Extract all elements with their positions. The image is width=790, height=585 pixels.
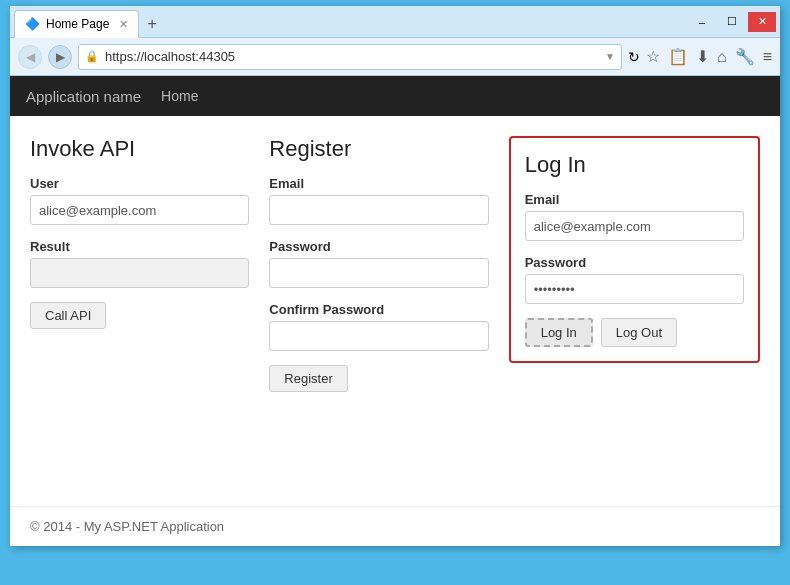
login-email-label: Email <box>525 192 744 207</box>
result-label: Result <box>30 239 249 254</box>
confirm-password-group: Confirm Password <box>269 302 488 351</box>
login-email-input[interactable] <box>525 211 744 241</box>
invoke-api-section: Invoke API User Result Call API <box>30 136 249 329</box>
extension-icon[interactable]: 🔧 <box>735 47 755 66</box>
tab-icon: 🔷 <box>25 17 40 31</box>
login-buttons: Log In Log Out <box>525 318 744 347</box>
title-bar: 🔷 Home Page ✕ + – ☐ ✕ <box>10 6 780 38</box>
login-title: Log In <box>525 152 744 178</box>
app-navbar: Application name Home <box>10 76 780 116</box>
toolbar-icons: ☆ 📋 ⬇ ⌂ 🔧 ≡ <box>646 47 772 66</box>
register-title: Register <box>269 136 488 162</box>
tab-bar: 🔷 Home Page ✕ + <box>14 6 165 38</box>
address-bar: ◀ ▶ 🔒 https://localhost:44305 ▼ ↻ ☆ 📋 ⬇ … <box>10 38 780 76</box>
window-controls: – ☐ ✕ <box>688 12 776 32</box>
confirm-password-input[interactable] <box>269 321 488 351</box>
register-email-label: Email <box>269 176 488 191</box>
home-icon[interactable]: ⌂ <box>717 48 727 66</box>
register-password-input[interactable] <box>269 258 488 288</box>
star-icon[interactable]: ☆ <box>646 47 660 66</box>
login-button[interactable]: Log In <box>525 318 593 347</box>
footer-text: © 2014 - My ASP.NET Application <box>30 519 224 534</box>
result-input <box>30 258 249 288</box>
register-section: Register Email Password Confirm Password… <box>269 136 488 392</box>
login-email-group: Email <box>525 192 744 241</box>
url-text: https://localhost:44305 <box>105 49 599 64</box>
register-password-group: Password <box>269 239 488 288</box>
clipboard-icon[interactable]: 📋 <box>668 47 688 66</box>
confirm-password-label: Confirm Password <box>269 302 488 317</box>
forward-button[interactable]: ▶ <box>48 45 72 69</box>
invoke-api-title: Invoke API <box>30 136 249 162</box>
login-section: Log In Email Password Log In Log Out <box>509 136 760 363</box>
refresh-icon[interactable]: ↻ <box>628 49 640 65</box>
user-label: User <box>30 176 249 191</box>
register-email-input[interactable] <box>269 195 488 225</box>
download-icon[interactable]: ⬇ <box>696 47 709 66</box>
menu-icon[interactable]: ≡ <box>763 48 772 66</box>
page-footer: © 2014 - My ASP.NET Application <box>10 506 780 546</box>
close-button[interactable]: ✕ <box>748 12 776 32</box>
nav-home-link[interactable]: Home <box>161 88 198 104</box>
tab-title: Home Page <box>46 17 109 31</box>
user-input[interactable] <box>30 195 249 225</box>
new-tab-button[interactable]: + <box>139 15 164 33</box>
app-name: Application name <box>26 88 141 105</box>
register-email-group: Email <box>269 176 488 225</box>
sections-row: Invoke API User Result Call API Register… <box>30 136 760 392</box>
browser-window: 🔷 Home Page ✕ + – ☐ ✕ ◀ ▶ 🔒 https://loca… <box>10 6 780 546</box>
tab-close-btn[interactable]: ✕ <box>119 18 128 31</box>
dropdown-arrow-icon: ▼ <box>605 51 615 62</box>
register-button[interactable]: Register <box>269 365 347 392</box>
register-password-label: Password <box>269 239 488 254</box>
maximize-button[interactable]: ☐ <box>718 12 746 32</box>
minimize-button[interactable]: – <box>688 12 716 32</box>
login-password-group: Password <box>525 255 744 304</box>
page-content: Invoke API User Result Call API Register… <box>10 116 780 496</box>
browser-tab[interactable]: 🔷 Home Page ✕ <box>14 10 139 38</box>
login-password-input[interactable] <box>525 274 744 304</box>
lock-icon: 🔒 <box>85 50 99 63</box>
login-password-label: Password <box>525 255 744 270</box>
call-api-button[interactable]: Call API <box>30 302 106 329</box>
back-button[interactable]: ◀ <box>18 45 42 69</box>
logout-button[interactable]: Log Out <box>601 318 677 347</box>
url-box[interactable]: 🔒 https://localhost:44305 ▼ <box>78 44 622 70</box>
result-field-group: Result <box>30 239 249 288</box>
user-field-group: User <box>30 176 249 225</box>
